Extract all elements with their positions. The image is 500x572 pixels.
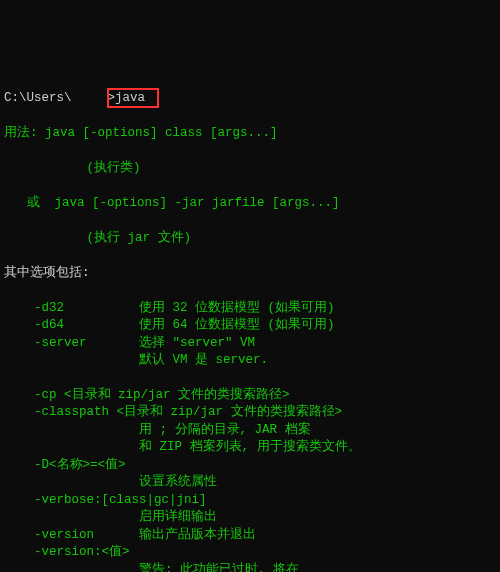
option-line: -server 选择 "server" VM [4,335,500,353]
options-list: -d32 使用 32 位数据模型 (如果可用) -d64 使用 64 位数据模型… [4,300,500,573]
option-line: -D<名称>=<值> [4,457,500,475]
prompt-line: C:\Users\ >java [4,90,500,108]
option-line: -d64 使用 64 位数据模型 (如果可用) [4,317,500,335]
option-line: 用 ; 分隔的目录, JAR 档案 [4,422,500,440]
option-line: 默认 VM 是 server. [4,352,500,370]
option-line [4,370,500,387]
command: java [115,91,145,105]
options-header: 其中选项包括: [4,265,500,283]
option-line: -version 输出产品版本并退出 [4,527,500,545]
option-line: -verbose:[class|gc|jni] [4,492,500,510]
option-line: -classpath <目录和 zip/jar 文件的类搜索路径> [4,404,500,422]
option-line: -version:<值> [4,544,500,562]
option-line: -d32 使用 32 位数据模型 (如果可用) [4,300,500,318]
option-line: -cp <目录和 zip/jar 文件的类搜索路径> [4,387,500,405]
usage-line: 或 java [-options] -jar jarfile [args...] [4,195,500,213]
usage-line: (执行类) [4,160,500,178]
option-line: 警告: 此功能已过时, 将在 [4,562,500,573]
terminal-output: C:\Users\ >java 用法: java [-options] clas… [0,70,500,572]
usage-line: 用法: java [-options] class [args...] [4,125,500,143]
option-line: 启用详细输出 [4,509,500,527]
option-line: 设置系统属性 [4,474,500,492]
redacted-username [72,90,108,108]
usage-line: (执行 jar 文件) [4,230,500,248]
prompt-path: C:\Users\ [4,91,72,105]
option-line: 和 ZIP 档案列表, 用于搜索类文件。 [4,439,500,457]
